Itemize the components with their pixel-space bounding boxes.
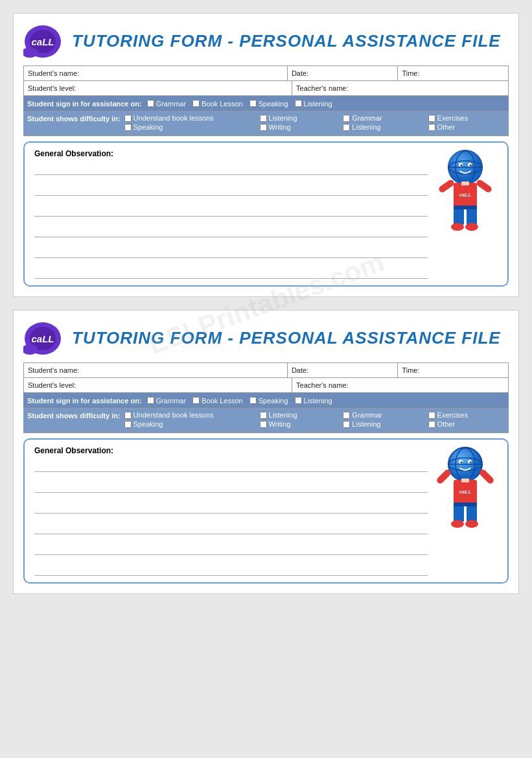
grammar-checkbox-1[interactable] [147, 100, 154, 107]
date-cell-1: Date: [288, 66, 399, 80]
teachers-name-cell-2: Teacher's name: [292, 378, 508, 392]
book-lesson-option-1[interactable]: Book Lesson [192, 100, 243, 108]
book-lesson-checkbox-1[interactable] [192, 100, 200, 107]
exercises-option-2[interactable]: Exercises [428, 411, 505, 419]
d-listening2-option-2[interactable]: Listening [343, 420, 419, 428]
grammar-label-2: Grammar [156, 397, 186, 405]
exercises-checkbox-2[interactable] [428, 412, 435, 419]
d-speaking-option-1[interactable]: Speaking [124, 123, 251, 131]
listening-checkbox-2[interactable] [295, 397, 302, 404]
d-grammar-option-2[interactable]: Grammar [343, 411, 419, 419]
d-listening2-option-1[interactable]: Listening [343, 123, 419, 131]
obs-line-2 [34, 184, 428, 196]
listening-option-2[interactable]: Listening [295, 397, 332, 405]
svg-rect-37 [461, 479, 469, 482]
obs-title-2: General Observation: [34, 446, 428, 455]
writing-label-2: Writing [269, 420, 291, 428]
obs-lines-2 [34, 460, 428, 576]
svg-point-44 [465, 520, 478, 528]
difficulty-options-2: Understand book lessons Listening Gramma… [124, 411, 505, 428]
grammar-option-2[interactable]: Grammar [147, 397, 186, 405]
form-1: caLL TUTORING FORM - PERSONAL ASSISTANCE… [13, 13, 519, 297]
writing-checkbox-2[interactable] [260, 421, 267, 428]
d-speaking-checkbox-1[interactable] [124, 124, 132, 131]
d-speaking-checkbox-2[interactable] [124, 421, 132, 428]
d-listening-checkbox-2[interactable] [260, 412, 267, 419]
speaking-checkbox-1[interactable] [249, 100, 257, 107]
difficulty-label-1: Student shows difficulty in: [27, 114, 121, 123]
speaking-checkbox-2[interactable] [249, 397, 257, 404]
d-speaking-label-2: Speaking [133, 420, 163, 428]
form-header-2: caLL TUTORING FORM - PERSONAL ASSISTANCE… [23, 320, 509, 356]
sign-in-row-2: Student sign in for assistance on: Gramm… [23, 393, 509, 409]
understand-option-1[interactable]: Understand book lessons [124, 114, 251, 122]
d-speaking-option-2[interactable]: Speaking [124, 420, 251, 428]
obs-lines-1 [34, 163, 428, 279]
understand-checkbox-2[interactable] [124, 412, 132, 419]
exercises-label-1: Exercises [437, 114, 468, 122]
listening-option-1[interactable]: Listening [295, 100, 332, 108]
book-lesson-checkbox-2[interactable] [192, 397, 200, 404]
speaking-option-1[interactable]: Speaking [249, 100, 288, 108]
name-date-row-1: Student's name: Date: Time: [24, 66, 508, 81]
svg-rect-39 [478, 468, 494, 484]
d-listening2-checkbox-1[interactable] [343, 124, 350, 131]
difficulty-label-2: Student shows difficulty in: [27, 411, 121, 420]
writing-option-1[interactable]: Writing [260, 123, 334, 131]
understand-checkbox-1[interactable] [124, 115, 132, 122]
d-grammar-checkbox-2[interactable] [343, 412, 350, 419]
svg-text:caLL: caLL [459, 489, 472, 495]
d-listening-option-2[interactable]: Listening [260, 411, 334, 419]
students-name-cell-1: Student's name: [24, 66, 288, 80]
form-2: caLL TUTORING FORM - PERSONAL ASSISTANCE… [13, 310, 519, 594]
other-option-2[interactable]: Other [428, 420, 505, 428]
obs-content-1: General Observation: [34, 149, 428, 279]
other-checkbox-2[interactable] [428, 421, 435, 428]
writing-option-2[interactable]: Writing [260, 420, 334, 428]
students-level-cell-2: Student's level: [24, 378, 292, 392]
obs-line-2-6 [34, 564, 428, 576]
d-listening2-checkbox-2[interactable] [343, 421, 350, 428]
sign-in-options-1: Grammar Book Lesson Speaking Listening [147, 100, 332, 108]
d-grammar-checkbox-1[interactable] [343, 115, 350, 122]
svg-text:caLL: caLL [459, 192, 472, 198]
grammar-checkbox-2[interactable] [147, 397, 154, 404]
date-cell-2: Date: [288, 363, 399, 377]
other-checkbox-1[interactable] [428, 124, 435, 131]
d-listening-option-1[interactable]: Listening [260, 114, 334, 122]
other-option-1[interactable]: Other [428, 123, 505, 131]
book-lesson-option-2[interactable]: Book Lesson [192, 397, 243, 405]
svg-rect-42 [454, 503, 477, 506]
d-grammar-label-2: Grammar [352, 411, 382, 419]
d-listening-checkbox-1[interactable] [260, 115, 267, 122]
d-grammar-option-1[interactable]: Grammar [343, 114, 419, 122]
students-name-cell-2: Student's name: [24, 363, 288, 377]
d-listening-label-1: Listening [269, 114, 297, 122]
obs-line-3 [34, 205, 428, 217]
observation-box-2: General Observation: [23, 438, 509, 584]
understand-label-2: Understand book lessons [133, 411, 214, 419]
svg-text:caLL: caLL [31, 36, 54, 47]
grammar-option-1[interactable]: Grammar [147, 100, 186, 108]
form-fields-1: Student's name: Date: Time: Student's le… [23, 65, 509, 96]
students-name-label-1: Student's name: [28, 69, 79, 77]
listening-label-2: Listening [304, 397, 332, 405]
svg-rect-20 [454, 206, 477, 209]
listening-checkbox-1[interactable] [295, 100, 302, 107]
svg-rect-15 [461, 182, 469, 185]
exercises-checkbox-1[interactable] [428, 115, 435, 122]
understand-option-2[interactable]: Understand book lessons [124, 411, 251, 419]
exercises-option-1[interactable]: Exercises [428, 114, 505, 122]
writing-checkbox-1[interactable] [260, 124, 267, 131]
other-label-1: Other [437, 123, 456, 131]
speaking-option-2[interactable]: Speaking [249, 397, 288, 405]
teachers-name-cell-1: Teacher's name: [292, 81, 508, 95]
observation-box-1: General Observation: [23, 141, 509, 287]
teachers-name-label-2: Teacher's name: [296, 381, 348, 389]
obs-line-2-2 [34, 481, 428, 493]
understand-label-1: Understand book lessons [133, 114, 214, 122]
d-speaking-label-1: Speaking [133, 123, 163, 131]
form-title-2: TUTORING FORM - PERSONAL ASSISTANCE FILE [72, 328, 501, 348]
sign-in-options-2: Grammar Book Lesson Speaking Listening [147, 397, 332, 405]
students-level-label-1: Student's level: [28, 84, 76, 92]
